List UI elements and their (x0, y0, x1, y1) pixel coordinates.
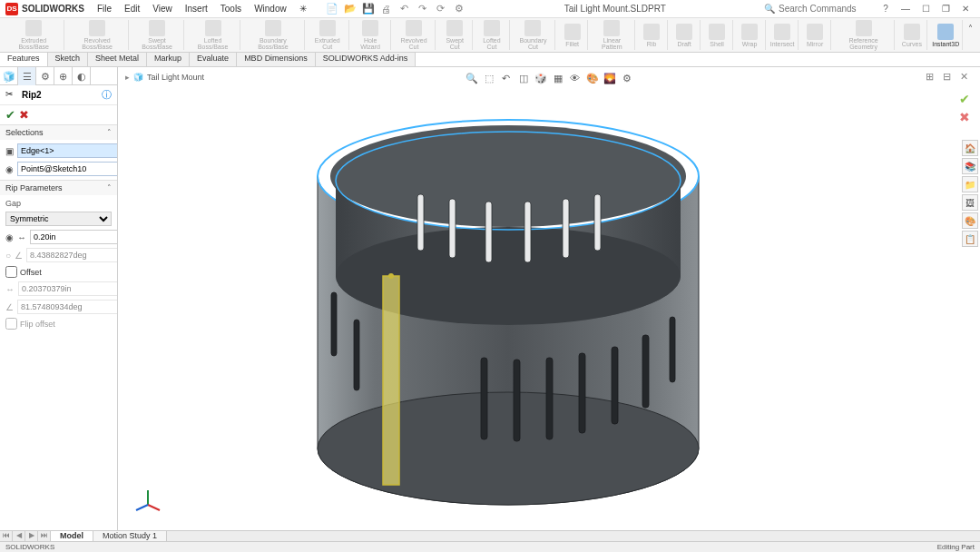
ribbon-lofted-boss-base[interactable]: Lofted Boss/Base (186, 20, 240, 50)
ribbon-revolved-boss-base[interactable]: Revolved Boss/Base (66, 20, 128, 50)
graphics-viewport[interactable]: ▸ 🧊 Tail Light Mount 🔍 ⬚ ↶ ◫ 🎲 ▦ 👁 🎨 🌄 ⚙… (118, 67, 980, 532)
ribbon-swept-boss-base[interactable]: Swept Boss/Base (131, 20, 185, 50)
ribbon-curves[interactable]: Curves (897, 20, 927, 50)
property-manager-tab-icon[interactable]: ☰ (18, 67, 36, 85)
ribbon-extruded-cut[interactable]: Extruded Cut (307, 20, 349, 50)
point-select-icon[interactable]: ◉ (5, 163, 14, 175)
menu-window[interactable]: Window (249, 2, 292, 15)
file-explorer-tab-icon[interactable]: 📁 (962, 176, 978, 192)
view-triad[interactable] (134, 487, 162, 514)
menu-more-icon[interactable]: ✳ (294, 2, 312, 15)
breadcrumb-expand-icon[interactable]: ▸ (125, 73, 130, 82)
display-style-icon[interactable]: ▦ (551, 71, 565, 85)
ribbon-boundary-boss-base[interactable]: Boundary Boss/Base (242, 20, 305, 50)
pm-ok-icon[interactable]: ✔ (5, 108, 15, 122)
ribbon-draft[interactable]: Draft (670, 20, 701, 50)
cmd-tab-solidworks-add-ins[interactable]: SOLIDWORKS Add-ins (316, 53, 416, 66)
search-icon: 🔍 (764, 4, 775, 14)
appearances-tab-icon[interactable]: 🎨 (962, 212, 978, 229)
offset-checkbox[interactable] (5, 266, 17, 278)
ribbon-instant3d[interactable]: Instant3D (929, 20, 963, 50)
radio-angle-icon[interactable]: ○ (5, 249, 11, 261)
open-icon[interactable]: 📂 (343, 2, 358, 16)
ribbon-revolved-cut[interactable]: Revolved Cut (393, 20, 436, 50)
new-icon[interactable]: 📄 (325, 2, 339, 16)
ribbon-rib[interactable]: Rib (637, 20, 668, 50)
menu-file[interactable]: File (92, 2, 117, 15)
maximize-icon[interactable]: ☐ (916, 2, 935, 16)
pm-help-icon[interactable]: ⓘ (102, 88, 112, 102)
ribbon-lofted-cut[interactable]: Lofted Cut (475, 20, 510, 50)
brand-label: SOLIDWORKS (22, 4, 84, 14)
cmd-tab-evaluate[interactable]: Evaluate (190, 53, 237, 66)
print-icon[interactable]: 🖨 (379, 2, 394, 16)
gap-value-input[interactable] (30, 230, 117, 244)
menu-insert[interactable]: Insert (180, 2, 213, 15)
ribbon-shell[interactable]: Shell (702, 20, 733, 50)
view-palette-tab-icon[interactable]: 🖼 (962, 194, 978, 211)
zoom-fit-icon[interactable]: 🔍 (465, 71, 479, 85)
options-icon[interactable]: ⚙ (452, 2, 466, 16)
ribbon-mirror[interactable]: Mirror (800, 20, 831, 50)
edge-select-icon[interactable]: ▣ (5, 144, 14, 157)
cmd-tab-sketch[interactable]: Sketch (48, 53, 89, 66)
display-manager-tab-icon[interactable]: ◐ (73, 67, 91, 85)
cmd-tab-markup[interactable]: Markup (147, 53, 190, 66)
ribbon-intersect[interactable]: Intersect (768, 20, 799, 50)
restore-icon[interactable]: ❐ (936, 2, 955, 16)
cmd-tab-sheet-metal[interactable]: Sheet Metal (88, 53, 147, 66)
confirm-ok-icon[interactable]: ✔ (955, 91, 975, 107)
ribbon-swept-cut[interactable]: Swept Cut (437, 20, 473, 50)
ribbon-extruded-boss-base[interactable]: Extruded Boss/Base (4, 20, 64, 50)
confirm-cancel-icon[interactable]: ✖ (955, 109, 975, 125)
ribbon-fillet[interactable]: Fillet (557, 20, 588, 50)
breadcrumb[interactable]: ▸ 🧊 Tail Light Mount (125, 73, 204, 82)
close-icon[interactable]: ✕ (956, 2, 975, 16)
hide-show-icon[interactable]: 👁 (568, 71, 583, 85)
selection-edge-input[interactable] (17, 143, 117, 158)
ribbon-wrap[interactable]: Wrap (735, 20, 766, 50)
viewport-panel-buttons: ⊞ ⊟ ✕ (926, 71, 975, 85)
apply-scene-icon[interactable]: 🌄 (603, 71, 617, 85)
section-view-icon[interactable]: ◫ (516, 71, 531, 85)
cmd-tab-mbd-dimensions[interactable]: MBD Dimensions (237, 53, 316, 66)
pm-cancel-icon[interactable]: ✖ (19, 108, 29, 122)
ribbon-hole-wizard[interactable]: Hole Wizard (351, 20, 391, 50)
ribbon-boundary-cut[interactable]: Boundary Cut (512, 20, 555, 50)
offset-checkbox-label[interactable]: Offset (5, 266, 42, 278)
custom-props-tab-icon[interactable]: 📋 (962, 231, 978, 247)
menu-tools[interactable]: Tools (215, 2, 247, 15)
gap-type-select[interactable]: Symmetric (5, 212, 112, 226)
previous-view-icon[interactable]: ↶ (499, 71, 514, 85)
dimxpert-tab-icon[interactable]: ⊕ (54, 67, 73, 85)
ribbon-collapse-icon[interactable]: ˄ (965, 20, 976, 50)
pm-selections-header[interactable]: Selections ˄ (0, 125, 117, 140)
redo-icon[interactable]: ↷ (416, 2, 430, 16)
radio-gap-icon[interactable]: ◉ (5, 231, 14, 243)
breadcrumb-part-name[interactable]: Tail Light Mount (147, 73, 204, 82)
panel-close-icon[interactable]: ✕ (960, 71, 975, 85)
selection-point-input[interactable] (17, 162, 117, 176)
save-icon[interactable]: 💾 (361, 2, 376, 16)
view-settings-icon[interactable]: ⚙ (620, 71, 634, 85)
undo-icon[interactable]: ↶ (397, 2, 412, 16)
configuration-manager-tab-icon[interactable]: ⚙ (36, 67, 54, 85)
view-orientation-icon[interactable]: 🎲 (534, 71, 548, 85)
edit-appearance-icon[interactable]: 🎨 (585, 71, 600, 85)
feature-manager-tab-icon[interactable]: 🧊 (0, 67, 18, 85)
resources-tab-icon[interactable]: 🏠 (962, 140, 978, 156)
rebuild-icon[interactable]: ⟳ (434, 2, 448, 16)
menu-edit[interactable]: Edit (119, 2, 145, 15)
search-input[interactable] (779, 4, 869, 14)
design-library-tab-icon[interactable]: 📚 (962, 158, 978, 174)
panel-expand-icon[interactable]: ⊞ (926, 71, 940, 85)
ribbon-reference-geometry[interactable]: Reference Geometry (833, 20, 896, 50)
help-icon[interactable]: ? (877, 2, 895, 16)
panel-collapse-icon[interactable]: ⊟ (943, 71, 957, 85)
ribbon-linear-pattern[interactable]: Linear Pattern (590, 20, 634, 50)
zoom-area-icon[interactable]: ⬚ (482, 71, 496, 85)
minimize-icon[interactable]: — (897, 2, 915, 16)
menu-view[interactable]: View (147, 2, 178, 15)
cmd-tab-features[interactable]: Features (0, 53, 48, 66)
pm-rip-params-header[interactable]: Rip Parameters ˄ (0, 181, 117, 195)
